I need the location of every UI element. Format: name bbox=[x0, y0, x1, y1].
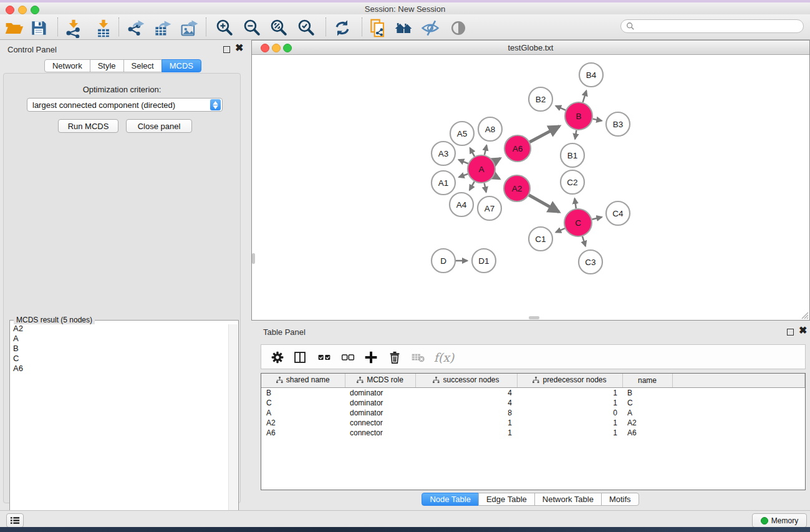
graph-edge-A2-C[interactable] bbox=[529, 195, 559, 212]
close-table-panel-icon[interactable]: ✖ bbox=[799, 327, 807, 334]
network-horizontal-scroll-nub[interactable] bbox=[529, 316, 539, 319]
import-network-icon[interactable] bbox=[62, 17, 85, 39]
network-window-titlebar[interactable]: testGlobe.txt bbox=[252, 41, 809, 55]
zoom-out-icon[interactable] bbox=[241, 17, 264, 39]
table-row[interactable]: A2connector11A2 bbox=[261, 418, 805, 428]
clone-network-icon[interactable] bbox=[367, 17, 389, 39]
mcds-result-item[interactable]: A6 bbox=[11, 364, 228, 374]
table-row[interactable]: Bdominator41B bbox=[261, 388, 805, 399]
zoom-selected-icon[interactable] bbox=[296, 17, 318, 39]
export-table-icon[interactable] bbox=[152, 17, 174, 39]
graph-edge-A-A3[interactable] bbox=[459, 160, 468, 163]
table-cell[interactable]: A6 bbox=[261, 428, 345, 438]
run-mcds-button[interactable]: Run MCDS bbox=[58, 119, 118, 133]
mcds-result-item[interactable]: A bbox=[11, 334, 228, 344]
delete-row-icon[interactable] bbox=[383, 346, 406, 369]
table-row[interactable]: Cdominator41C bbox=[261, 398, 805, 408]
tab-network[interactable]: Network bbox=[44, 59, 90, 72]
mcds-result-scrollbar[interactable] bbox=[228, 324, 238, 532]
column-header-name[interactable]: name bbox=[622, 374, 672, 388]
tab-network-table[interactable]: Network Table bbox=[534, 493, 602, 506]
function-builder-icon[interactable]: f(x) bbox=[430, 346, 458, 369]
table-cell[interactable]: 4 bbox=[415, 388, 517, 399]
graph-edge-A-A8[interactable] bbox=[485, 145, 486, 155]
float-panel-icon[interactable] bbox=[223, 46, 230, 53]
tab-mcds[interactable]: MCDS bbox=[162, 59, 201, 72]
table-cell[interactable]: 1 bbox=[517, 398, 622, 408]
graph-edge-A-A5[interactable] bbox=[470, 148, 475, 157]
graph-edge-A-A1[interactable] bbox=[459, 174, 468, 177]
table-cell[interactable]: dominator bbox=[345, 388, 415, 399]
table-cell[interactable]: 0 bbox=[517, 408, 622, 418]
column-header-successor-nodes[interactable]: successor nodes bbox=[415, 374, 517, 388]
table-cell[interactable]: A2 bbox=[261, 418, 345, 428]
window-resize-grip[interactable] bbox=[801, 311, 809, 319]
table-cell[interactable]: 1 bbox=[415, 428, 517, 438]
mcds-result-item[interactable]: A2 bbox=[11, 324, 228, 334]
table-cell[interactable]: 4 bbox=[415, 398, 517, 408]
graph-edge-A-A7[interactable] bbox=[485, 183, 486, 193]
graph-edge-A-A2[interactable] bbox=[494, 176, 499, 179]
float-table-panel-icon[interactable] bbox=[787, 329, 794, 336]
table-cell[interactable]: C bbox=[622, 398, 672, 408]
column-header-shared-name[interactable]: shared name bbox=[261, 374, 345, 388]
mcds-result-item[interactable]: C bbox=[11, 354, 228, 364]
search-input[interactable] bbox=[635, 21, 787, 31]
table-row[interactable]: A6connector11A6 bbox=[261, 428, 805, 438]
export-network-icon[interactable] bbox=[125, 17, 147, 39]
deselect-all-icon[interactable] bbox=[337, 346, 359, 369]
open-session-icon[interactable] bbox=[2, 17, 25, 39]
tab-style[interactable]: Style bbox=[90, 59, 124, 72]
show-columns-icon[interactable] bbox=[289, 346, 311, 369]
save-session-icon[interactable] bbox=[27, 17, 50, 39]
graph-edge-B-B3[interactable] bbox=[593, 119, 602, 121]
select-all-icon[interactable] bbox=[313, 346, 335, 369]
close-panel-icon[interactable]: ✖ bbox=[235, 45, 243, 51]
import-table-icon[interactable] bbox=[92, 17, 115, 39]
hide-graphics-details-icon[interactable] bbox=[419, 17, 441, 39]
memory-button[interactable]: Memory bbox=[752, 513, 807, 528]
clear-table-icon[interactable] bbox=[407, 346, 429, 369]
graph-edge-C-C2[interactable] bbox=[575, 198, 576, 208]
network-canvas[interactable]: B4B2BB3A8A5A6B1A3AC2A1A2A4A7C4CC1C3DD1 bbox=[252, 55, 809, 320]
refresh-icon[interactable] bbox=[331, 17, 354, 39]
table-cell[interactable]: A bbox=[261, 408, 345, 418]
graph-edge-C-C4[interactable] bbox=[592, 217, 602, 220]
tab-select[interactable]: Select bbox=[123, 59, 162, 72]
close-panel-button[interactable]: Close panel bbox=[126, 119, 192, 133]
zoom-in-icon[interactable] bbox=[214, 17, 236, 39]
home-icon[interactable] bbox=[392, 17, 415, 39]
graph-edge-B-B4[interactable] bbox=[583, 90, 587, 102]
table-cell[interactable]: 1 bbox=[517, 388, 622, 399]
tab-edge-table[interactable]: Edge Table bbox=[478, 493, 535, 506]
graph-edge-B-B1[interactable] bbox=[575, 130, 576, 139]
graph-edge-A-A4[interactable] bbox=[470, 181, 475, 190]
graph-edge-B-B2[interactable] bbox=[556, 106, 566, 110]
table-cell[interactable]: connector bbox=[345, 418, 415, 428]
graph-edge-A-A6[interactable] bbox=[494, 158, 500, 162]
table-cell[interactable]: B bbox=[261, 388, 345, 399]
mcds-result-list[interactable]: A2ABCA6 bbox=[11, 324, 228, 532]
zoom-fit-icon[interactable] bbox=[268, 17, 291, 39]
optimization-criterion-select[interactable]: largest connected component (directed) bbox=[27, 98, 223, 112]
mcds-result-item[interactable]: B bbox=[11, 344, 228, 354]
search-field[interactable] bbox=[620, 19, 804, 33]
table-cell[interactable]: 1 bbox=[517, 418, 622, 428]
table-cell[interactable]: dominator bbox=[345, 398, 415, 408]
network-vertical-scroll-nub[interactable] bbox=[252, 253, 255, 264]
table-cell[interactable]: B bbox=[622, 388, 672, 399]
show-graphics-details-icon[interactable] bbox=[447, 17, 470, 39]
graph-edge-C-C3[interactable] bbox=[582, 236, 586, 246]
column-header-predecessor-nodes[interactable]: predecessor nodes bbox=[517, 374, 622, 388]
table-cell[interactable]: A2 bbox=[622, 418, 672, 428]
table-cell[interactable]: A6 bbox=[622, 428, 672, 438]
table-cell[interactable]: C bbox=[261, 398, 345, 408]
column-header-mcds-role[interactable]: MCDS role bbox=[345, 374, 415, 388]
table-cell[interactable]: dominator bbox=[345, 408, 415, 418]
export-image-icon[interactable] bbox=[178, 17, 201, 39]
table-cell[interactable]: connector bbox=[345, 428, 415, 438]
table-cell[interactable]: 1 bbox=[415, 418, 517, 428]
graph-edge-C-C1[interactable] bbox=[556, 228, 565, 232]
table-row[interactable]: Adominator80A bbox=[261, 408, 805, 418]
show-panels-button[interactable] bbox=[6, 513, 24, 528]
